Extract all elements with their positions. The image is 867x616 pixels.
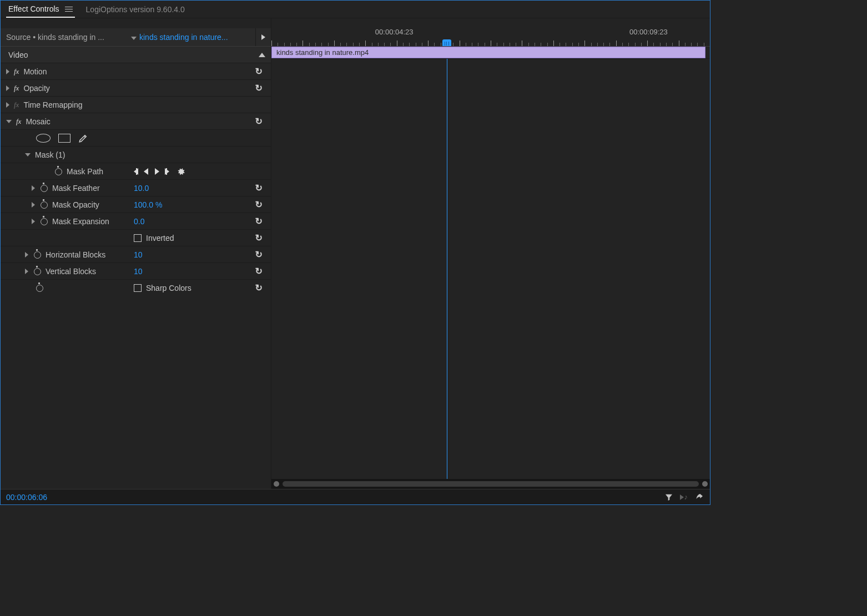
reset-button[interactable]: ↺ [251,249,266,260]
fx-icon[interactable]: fx [14,100,19,109]
reset-button[interactable]: ↺ [251,233,266,243]
twirl-icon[interactable] [6,102,9,108]
twirl-icon[interactable] [6,69,9,74]
property-mask-inverted: Inverted ↺ [1,229,271,246]
stopwatch-icon[interactable] [33,267,41,275]
stopwatch-icon[interactable] [33,250,41,259]
property-label: Horizontal Blocks [46,250,105,259]
current-timecode[interactable]: 00:00:06:06 [6,493,47,502]
reset-button[interactable]: ↺ [251,183,266,193]
scroll-handle-left[interactable] [274,481,279,487]
effect-time-remapping[interactable]: fx Time Remapping [1,96,271,113]
twirl-icon[interactable] [25,269,28,274]
play-audio-icon[interactable]: ♪ [680,493,688,501]
reset-button[interactable]: ↺ [251,199,266,210]
mask-tools-row [1,129,271,146]
reset-button[interactable]: ↺ [251,116,266,127]
tab-label: Effect Controls [8,4,59,13]
property-label: Mask Feather [52,184,100,193]
property-value[interactable]: 10.0 [134,184,149,193]
play-backward-button[interactable] [144,168,148,175]
property-label: Mask Expansion [52,217,109,226]
twirl-icon[interactable] [32,219,35,224]
timeline-scrollbar[interactable] [271,479,710,489]
reset-button[interactable]: ↺ [251,83,266,93]
twirl-icon[interactable] [6,85,9,91]
twirl-icon[interactable] [32,185,35,191]
fx-icon[interactable]: fx [16,117,21,126]
property-mask-feather: Mask Feather 10.0 ↺ [1,179,271,196]
sequence-link[interactable]: kinds standing in nature... [139,33,255,42]
next-keyframe-button[interactable] [166,168,169,175]
clip-track: kinds standing in nature.mp4 [271,46,710,58]
collapse-icon[interactable] [259,53,265,57]
twirl-icon[interactable] [32,202,35,208]
fx-icon[interactable]: fx [14,84,19,93]
stopwatch-icon[interactable] [39,217,48,225]
stopwatch-icon[interactable] [54,167,62,175]
property-horizontal-blocks: Horizontal Blocks 10 ↺ [1,246,271,262]
source-clip-label[interactable]: Source • kinds standing in ... [6,33,128,42]
twirl-icon[interactable] [25,252,28,257]
reset-button[interactable]: ↺ [251,266,266,276]
checkbox-label: Sharp Colors [146,284,191,292]
property-value[interactable]: 10 [134,267,143,276]
section-label: Video [8,51,259,59]
stopwatch-icon[interactable] [39,200,48,209]
fx-icon[interactable]: fx [14,67,19,76]
property-value[interactable]: 100.0 % [134,200,162,209]
reset-button[interactable]: ↺ [251,66,266,77]
ellipse-mask-button[interactable] [36,134,51,143]
effect-mosaic[interactable]: fx Mosaic ↺ [1,113,271,129]
ruler-time-label: 00:00:09:23 [629,28,668,36]
effect-opacity[interactable]: fx Opacity ↺ [1,79,271,96]
panel-menu-icon[interactable] [65,6,73,12]
property-mask-path: Mask Path [1,163,271,179]
source-row: Source • kinds standing in ... kinds sta… [1,28,271,46]
timeline-body[interactable] [271,58,710,479]
effect-controls-panel: Source • kinds standing in ... kinds sta… [1,18,271,489]
tab-bar: Effect Controls LogiOptions version 9.60… [1,1,710,18]
sharp-colors-checkbox[interactable] [134,284,142,292]
effect-label: Time Remapping [23,100,82,109]
status-bar: 00:00:06:06 ♪ [1,489,710,504]
share-icon[interactable] [694,493,704,502]
property-label: Vertical Blocks [46,267,96,276]
property-vertical-blocks: Vertical Blocks 10 ↺ [1,262,271,279]
rectangle-mask-button[interactable] [58,134,70,143]
reset-button[interactable]: ↺ [251,282,266,293]
prev-keyframe-button[interactable] [134,168,137,175]
clip-bar[interactable]: kinds standing in nature.mp4 [271,47,705,58]
show-hide-timeline-icon[interactable] [255,28,271,46]
property-value[interactable]: 0.0 [134,217,144,226]
effect-label: Opacity [23,84,49,93]
property-value[interactable]: 10 [134,250,143,259]
tab-secondary[interactable]: LogiOptions version 9.60.4.0 [86,5,185,14]
property-mask-opacity: Mask Opacity 100.0 % ↺ [1,196,271,213]
effect-label: Motion [23,67,47,76]
property-label: Mask Opacity [52,200,99,209]
playhead-line [447,59,447,479]
ruler-time-label: 00:00:04:23 [375,28,414,36]
effect-motion[interactable]: fx Motion ↺ [1,63,271,79]
tab-effect-controls[interactable]: Effect Controls [6,1,75,18]
property-label: Mask Path [67,167,103,176]
pen-mask-button[interactable] [78,133,88,143]
property-mask-expansion: Mask Expansion 0.0 ↺ [1,213,271,229]
play-forward-button[interactable] [155,168,159,175]
reset-button[interactable]: ↺ [251,216,266,226]
twirl-icon[interactable] [25,153,31,156]
twirl-icon[interactable] [6,120,12,123]
filter-icon[interactable] [664,493,673,502]
scroll-handle-right[interactable] [702,481,708,487]
mask-tracking-options-icon[interactable] [176,166,186,176]
mask-header[interactable]: Mask (1) [1,146,271,163]
source-dropdown-icon[interactable] [128,33,139,42]
stopwatch-icon[interactable] [39,184,48,192]
time-ruler[interactable]: 00:00:04:2300:00:09:23 [271,18,710,46]
inverted-checkbox[interactable] [134,234,142,242]
stopwatch-icon[interactable] [35,284,43,292]
video-section-header[interactable]: Video [1,46,271,63]
scroll-track[interactable] [283,481,699,487]
clip-label: kinds standing in nature.mp4 [276,48,369,57]
